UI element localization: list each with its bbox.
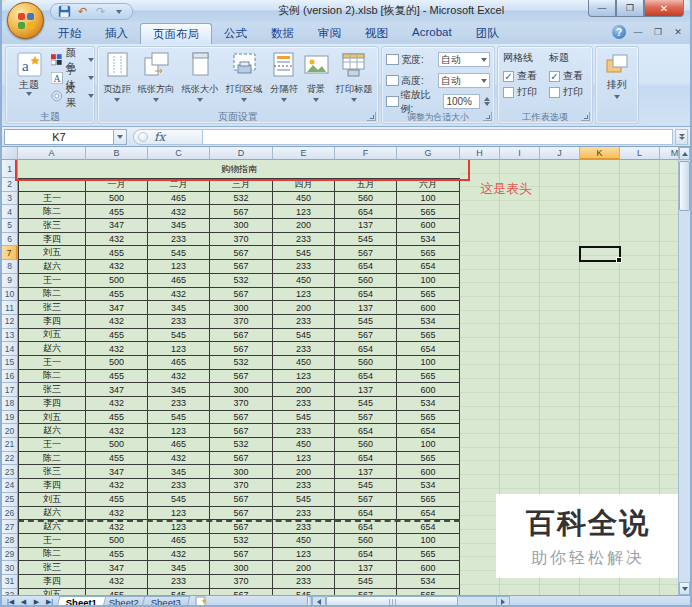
value-cell[interactable]: 654 [335, 288, 397, 302]
ribbon-tab-公式[interactable]: 公式 [212, 23, 259, 44]
value-cell[interactable]: 455 [86, 370, 148, 384]
qat-customize-icon[interactable] [111, 5, 126, 19]
value-cell[interactable]: 100 [397, 438, 460, 452]
name-cell[interactable]: 刘五 [18, 329, 86, 343]
value-cell[interactable]: 465 [148, 534, 210, 548]
value-cell[interactable]: 233 [273, 233, 335, 247]
value-cell[interactable]: 233 [148, 575, 210, 589]
value-cell[interactable]: 567 [210, 452, 273, 466]
value-cell[interactable]: 600 [397, 301, 460, 315]
value-cell[interactable]: 347 [86, 219, 148, 233]
column-header-E[interactable]: E [273, 147, 335, 160]
value-cell[interactable]: 545 [273, 329, 335, 343]
name-cell[interactable]: 刘五 [18, 411, 86, 425]
value-cell[interactable]: 654 [397, 424, 460, 438]
value-cell[interactable]: 200 [273, 561, 335, 575]
name-cell[interactable]: 陈二 [18, 548, 86, 562]
value-cell[interactable]: 545 [273, 246, 335, 260]
column-header-D[interactable]: D [210, 147, 273, 160]
value-cell[interactable]: 465 [148, 356, 210, 370]
value-cell[interactable]: 450 [273, 356, 335, 370]
column-header-H[interactable]: H [460, 147, 500, 160]
value-cell[interactable]: 432 [86, 233, 148, 247]
row-header-31[interactable]: 31 [2, 575, 18, 589]
value-cell[interactable]: 347 [86, 301, 148, 315]
value-cell[interactable]: 200 [273, 465, 335, 479]
last-sheet-icon[interactable]: ▶| [44, 598, 55, 606]
value-cell[interactable]: 123 [148, 507, 210, 521]
value-cell[interactable]: 654 [397, 520, 460, 534]
value-cell[interactable]: 567 [210, 411, 273, 425]
value-cell[interactable]: 532 [210, 356, 273, 370]
name-cell[interactable]: 李四 [18, 479, 86, 493]
gridlines-view-checkbox-box[interactable]: ✓ [503, 71, 514, 82]
value-cell[interactable]: 567 [335, 329, 397, 343]
value-cell[interactable]: 534 [397, 479, 460, 493]
value-cell[interactable]: 300 [210, 561, 273, 575]
value-cell[interactable]: 534 [397, 397, 460, 411]
value-cell[interactable]: 654 [335, 370, 397, 384]
value-cell[interactable]: 500 [86, 438, 148, 452]
value-cell[interactable]: 567 [210, 205, 273, 219]
redo-icon[interactable]: ↷ [93, 5, 108, 19]
value-cell[interactable]: 565 [397, 246, 460, 260]
value-cell[interactable]: 455 [86, 205, 148, 219]
expand-formula-bar-icon[interactable] [675, 129, 688, 145]
headings-print-checkbox-box[interactable] [549, 87, 560, 98]
value-cell[interactable]: 534 [397, 315, 460, 329]
value-cell[interactable]: 465 [148, 274, 210, 288]
row-header-9[interactable]: 9 [2, 274, 18, 288]
column-header-I[interactable]: I [500, 147, 540, 160]
maximize-button[interactable]: ❐ [616, 0, 644, 17]
value-cell[interactable]: 233 [273, 479, 335, 493]
value-cell[interactable]: 300 [210, 219, 273, 233]
value-cell[interactable]: 567 [210, 507, 273, 521]
value-cell[interactable]: 100 [397, 356, 460, 370]
vertical-scrollbar[interactable] [678, 147, 690, 595]
value-cell[interactable]: 123 [148, 520, 210, 534]
themes-button[interactable]: a 主题 [10, 51, 48, 109]
fx-icon[interactable]: fx [154, 130, 165, 144]
column-header-L[interactable]: L [620, 147, 660, 160]
value-cell[interactable]: 545 [148, 411, 210, 425]
value-cell[interactable]: 600 [397, 219, 460, 233]
value-cell[interactable]: 654 [335, 520, 397, 534]
row-header-16[interactable]: 16 [2, 370, 18, 384]
value-cell[interactable]: 233 [273, 260, 335, 274]
value-cell[interactable]: 565 [397, 370, 460, 384]
name-cell[interactable]: 刘五 [18, 493, 86, 507]
value-cell[interactable]: 654 [335, 452, 397, 466]
name-cell[interactable]: 张三 [18, 465, 86, 479]
value-cell[interactable]: 370 [210, 315, 273, 329]
name-cell[interactable]: 陈二 [18, 370, 86, 384]
value-cell[interactable]: 432 [148, 205, 210, 219]
value-cell[interactable]: 432 [86, 342, 148, 356]
selected-cell-K7[interactable] [579, 246, 621, 262]
row-header-6[interactable]: 6 [2, 233, 18, 247]
value-cell[interactable]: 233 [148, 233, 210, 247]
sheet-options-dialog-launcher-icon[interactable] [581, 112, 590, 121]
name-cell[interactable]: 李四 [18, 233, 86, 247]
value-cell[interactable]: 500 [86, 192, 148, 206]
scroll-up-icon[interactable] [679, 147, 690, 160]
value-cell[interactable]: 532 [210, 438, 273, 452]
value-cell[interactable]: 534 [397, 233, 460, 247]
value-cell[interactable]: 560 [335, 192, 397, 206]
row-header-8[interactable]: 8 [2, 260, 18, 274]
value-cell[interactable]: 654 [397, 342, 460, 356]
scale-spinner[interactable] [484, 97, 490, 106]
value-cell[interactable]: 370 [210, 233, 273, 247]
page-setup-button-纸张大小[interactable]: 纸张大小 [178, 50, 222, 112]
row-header-20[interactable]: 20 [2, 424, 18, 438]
value-cell[interactable]: 565 [397, 411, 460, 425]
page-setup-button-背景[interactable]: 背景 [301, 50, 332, 112]
row-header-24[interactable]: 24 [2, 479, 18, 493]
row-header-21[interactable]: 21 [2, 438, 18, 452]
value-cell[interactable]: 500 [86, 534, 148, 548]
value-cell[interactable]: 500 [86, 356, 148, 370]
save-icon[interactable] [57, 5, 72, 19]
theme-effects-button[interactable]: 效果 [51, 88, 94, 103]
ribbon-tab-视图[interactable]: 视图 [353, 23, 400, 44]
ribbon-tab-开始[interactable]: 开始 [46, 23, 93, 44]
value-cell[interactable]: 567 [210, 520, 273, 534]
